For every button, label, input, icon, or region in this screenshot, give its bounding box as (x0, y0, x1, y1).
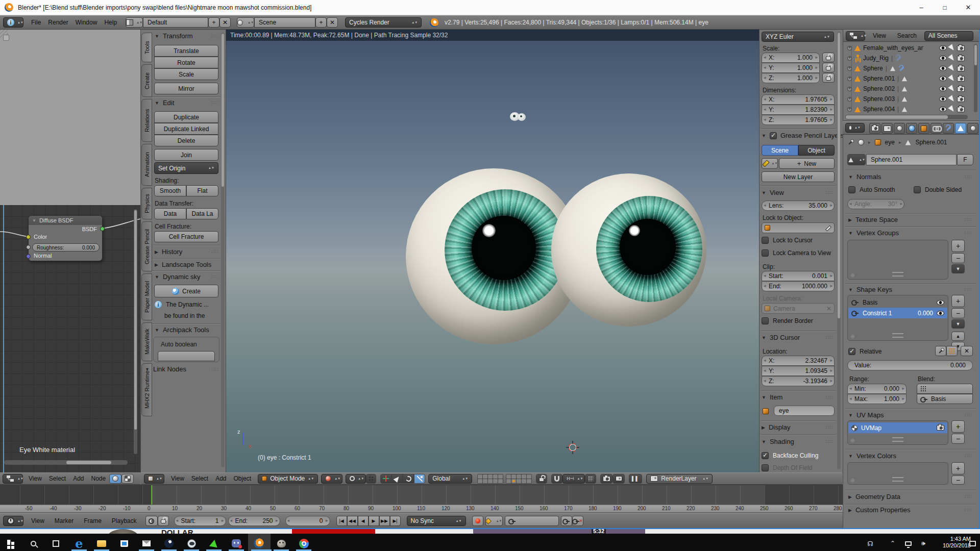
jump-to-start-button[interactable]: |◀ (336, 516, 347, 526)
blend-basis-field[interactable]: Basis (917, 394, 973, 404)
panel-grip[interactable]: ∷∷ (826, 394, 834, 400)
shapekey-remove-button[interactable]: − (951, 308, 965, 318)
panel-grip[interactable]: ∷∷ (965, 494, 972, 499)
lock-time-button[interactable] (158, 516, 169, 526)
rotation-mode-dropdown[interactable]: XYZ Euler▲▼ (762, 32, 834, 42)
gp-source-object[interactable]: Object (798, 145, 835, 156)
timeline-graph[interactable] (0, 485, 843, 505)
dim-x-field[interactable]: X:1.97605 (762, 94, 835, 105)
data-layout-button[interactable]: Data La (186, 208, 218, 219)
eye-icon[interactable] (939, 45, 947, 51)
auto-keyframe-button[interactable] (472, 516, 483, 526)
scene-add-button[interactable]: + (315, 17, 327, 28)
menu-render[interactable]: Render (44, 19, 71, 26)
next-keyframe-button[interactable]: ▶▶ (379, 516, 390, 526)
cursor-x-field[interactable]: X:2.32467 (762, 356, 835, 366)
rotate-manipulator[interactable] (403, 474, 414, 484)
tray-people-icon[interactable]: ☊ (864, 537, 877, 550)
render-border-checkbox[interactable] (762, 317, 769, 324)
panel-header-custom-properties[interactable]: ▶Custom Properties (848, 506, 911, 514)
layout-close-button[interactable]: ✕ (219, 17, 231, 28)
shade-smooth-button[interactable]: Smooth (154, 185, 186, 196)
panel-header-display[interactable]: ▶Display (762, 423, 791, 431)
camera-icon[interactable] (957, 45, 965, 51)
camera-icon[interactable] (937, 425, 944, 431)
outliner-row[interactable]: Sphere.002| (847, 84, 972, 94)
eye-icon[interactable] (937, 311, 944, 316)
vcolor-remove-button[interactable]: − (951, 475, 965, 485)
scene-name[interactable]: Scene (254, 17, 315, 28)
duplicate-linked-button[interactable]: Duplicate Linked (154, 123, 218, 135)
use-preview-range-button[interactable] (145, 516, 158, 526)
camera-icon[interactable] (957, 107, 965, 112)
mirror-button[interactable]: Mirror (154, 83, 218, 94)
uvmap-add-button[interactable]: + (951, 420, 965, 433)
viewport-3d[interactable]: Time:00:00.89 | Mem:48.73M, Peak:72.65M … (226, 30, 759, 472)
tab-tools[interactable]: Tools (141, 33, 152, 62)
shapekey-basis-row[interactable]: Basis (848, 297, 947, 308)
timeline-marker-menu[interactable]: Marker (51, 517, 77, 524)
panel-grip[interactable]: ∷∷ (826, 335, 834, 340)
auto-smooth-row[interactable]: Auto Smooth (848, 186, 895, 193)
jump-to-end-button[interactable]: ▶| (390, 516, 401, 526)
taskbar-obs[interactable] (185, 537, 198, 550)
shapekey-edit-mode-button[interactable] (946, 346, 958, 356)
set-origin-dropdown[interactable]: Set Origin▲▼ (154, 162, 218, 174)
frame-start-field[interactable]: Start:1 (174, 516, 226, 526)
socket-roughness-input[interactable] (26, 245, 31, 249)
fake-user-button[interactable]: F (957, 154, 973, 165)
shapekey-value[interactable]: 0.000 (918, 310, 933, 317)
eye-icon[interactable] (939, 56, 947, 61)
outliner-display-filter[interactable]: All Scenes (924, 31, 973, 41)
screen-layout-icon-button[interactable]: ▲▼ (126, 17, 143, 28)
eye-icon[interactable] (939, 107, 947, 112)
layers-group-2[interactable] (506, 474, 532, 484)
editor-type-selector[interactable]: ▲▼ (3, 17, 23, 28)
panel-header-landscape[interactable]: ▶Landscape Tools (155, 261, 211, 268)
render-border-row[interactable]: Render Border (762, 317, 813, 324)
vgroup-add-button[interactable]: + (951, 240, 965, 252)
translate-manipulator[interactable] (391, 474, 403, 484)
tab-physics[interactable]: Physics (141, 188, 152, 219)
blend-vgroup-field[interactable] (917, 384, 973, 394)
shapekey-value-slider[interactable]: Value:0.000 (847, 360, 973, 370)
object-name[interactable]: Sphere.001 (863, 75, 895, 82)
viewport-shading-dropdown[interactable]: ▲▼ (321, 474, 342, 484)
cell-fracture-button[interactable]: Cell Fracture (154, 231, 218, 242)
node-canvas[interactable]: ▼ Diffuse BSDF BSDF Color Roughness:0.00… (0, 205, 140, 472)
expand-icon[interactable] (847, 107, 852, 112)
task-view-button[interactable] (49, 537, 62, 550)
object-name[interactable]: Sphere.003 (863, 95, 895, 103)
current-frame-field[interactable]: 0 (285, 516, 330, 526)
texture-nodes-toggle[interactable] (121, 474, 134, 484)
lock-camera-checkbox[interactable] (762, 249, 769, 257)
select-menu[interactable]: Select (188, 475, 212, 482)
tray-network-icon[interactable] (901, 537, 915, 550)
shapekey-add-button[interactable]: + (951, 295, 965, 307)
scale-z-lock-button[interactable] (822, 73, 835, 83)
data-button[interactable]: Data (154, 208, 186, 219)
taskbar-mail[interactable] (140, 537, 153, 550)
panel-header-transform[interactable]: ▼Transform (155, 32, 193, 40)
tab-animation[interactable]: Animation (141, 144, 152, 186)
data-breadcrumb-icon[interactable] (905, 140, 911, 145)
tab-create[interactable]: Create (141, 64, 152, 97)
object-breadcrumb-icon[interactable] (875, 139, 881, 145)
backface-culling-checkbox[interactable] (762, 452, 769, 459)
scale-button[interactable]: Scale (154, 68, 218, 80)
pivot-align-toggle[interactable] (366, 474, 376, 484)
panel-grip[interactable]: ∷∷ (211, 366, 219, 372)
add-menu[interactable]: Add (212, 475, 230, 482)
double-sided-row[interactable]: Double Sided (914, 186, 962, 193)
relative-checkbox[interactable] (848, 348, 855, 355)
panel-header-grease-pencil-layers[interactable]: ▼Grease Pencil Layers (762, 132, 844, 139)
menu-help[interactable]: Help (101, 19, 120, 26)
panel-grip[interactable]: ∷∷ (826, 424, 834, 430)
prev-keyframe-button[interactable]: ◀◀ (347, 516, 358, 526)
dim-z-field[interactable]: Z:1.97605 (762, 115, 835, 125)
scale-z-field[interactable]: Z:1.000 (762, 73, 820, 83)
menu-window[interactable]: Window (72, 19, 101, 26)
vcolor-add-button[interactable]: + (951, 462, 965, 474)
snap-toggle[interactable] (551, 474, 562, 484)
uv-maps-list[interactable]: UVMap (847, 420, 948, 445)
